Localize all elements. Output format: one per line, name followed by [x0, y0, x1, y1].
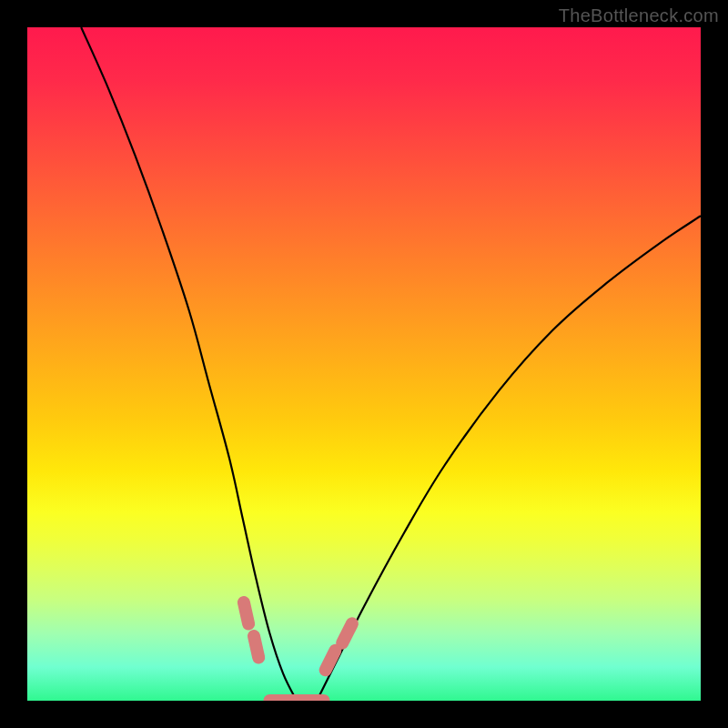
watermark-text: TheBottleneck.com [559, 5, 719, 26]
marker-group [244, 602, 352, 670]
left-branch-curve [81, 27, 297, 701]
curve-marker [244, 602, 248, 623]
plot-area [27, 27, 701, 701]
curve-marker [254, 636, 258, 657]
curve-layer [27, 27, 701, 701]
chart-frame: TheBottleneck.com [0, 0, 728, 728]
right-branch-curve [317, 216, 701, 701]
curve-marker [342, 623, 352, 642]
curve-marker [326, 651, 336, 670]
